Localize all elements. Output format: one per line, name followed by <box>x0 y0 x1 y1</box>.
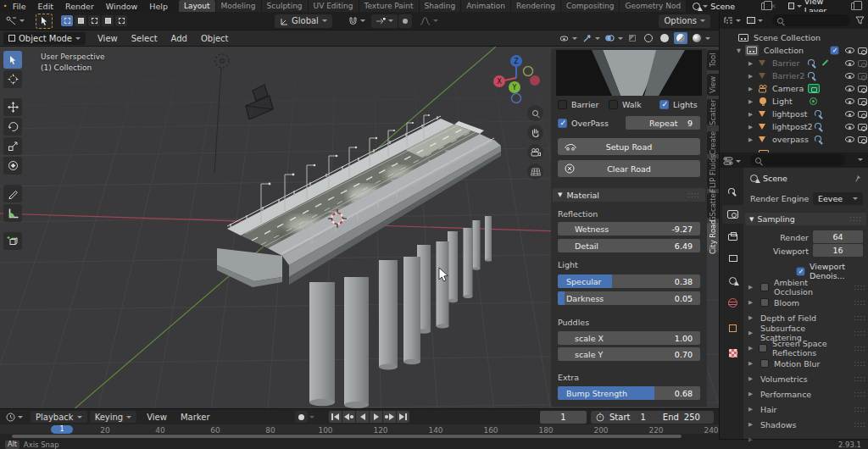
expand-icon[interactable]: ▼ <box>737 47 741 54</box>
tab-tool[interactable]: Tool <box>707 50 719 70</box>
section-partial[interactable]: ▶ <box>745 432 866 447</box>
tool-annotate[interactable] <box>3 185 22 202</box>
tool-select-box[interactable] <box>3 51 22 69</box>
gizmo-neg-x-axis[interactable] <box>530 75 540 86</box>
outliner-search[interactable] <box>772 14 850 26</box>
playback-menu[interactable]: Playback <box>31 411 87 423</box>
jump-to-end-button[interactable] <box>397 411 409 423</box>
mode-dropdown[interactable]: Object Mode <box>3 32 86 45</box>
active-tool-box-select[interactable] <box>36 14 53 29</box>
section-bloom[interactable]: ▶Bloom:::: <box>745 295 866 310</box>
timeline-ruler[interactable]: 20 40 60 80 100 120 140 160 180 200 220 … <box>0 424 719 434</box>
bump-strength-slider[interactable]: Bump Strength 0.68 <box>558 386 700 400</box>
filter-funnel-icon[interactable] <box>855 16 865 25</box>
timeline-editor-type-button[interactable] <box>2 411 27 423</box>
material-panel-header[interactable]: ▼ Material :::: <box>553 188 705 202</box>
tab-rendering[interactable]: Rendering <box>511 0 561 12</box>
snap-with-button[interactable] <box>371 14 398 28</box>
tool-3d-cursor[interactable] <box>3 70 22 88</box>
current-frame-field[interactable]: 1 <box>540 411 587 424</box>
eye-icon[interactable] <box>845 73 854 79</box>
render-samples-field[interactable]: 64 <box>813 230 863 243</box>
tab-texture-paint[interactable]: Texture Paint <box>359 0 420 12</box>
keying-menu[interactable]: Keying <box>90 411 137 423</box>
overlays-toggle[interactable] <box>603 32 616 44</box>
setup-road-button[interactable]: Setup Road <box>558 138 700 155</box>
start-value[interactable]: 1 <box>640 413 645 422</box>
sampling-panel-header[interactable]: ▼ Sampling :::: <box>745 213 866 225</box>
shading-rendered-button[interactable] <box>690 32 704 44</box>
tab-modeling[interactable]: Modeling <box>216 0 262 12</box>
darkness-slider[interactable]: Darkness 0.05 <box>558 291 700 305</box>
tab-object-properties[interactable] <box>722 319 743 337</box>
menu-file[interactable]: File <box>7 2 32 11</box>
menu-help[interactable]: Help <box>143 2 174 11</box>
tab-compositing[interactable]: Compositing <box>561 0 620 12</box>
scene-selector[interactable]: Scene ✕ <box>688 0 781 12</box>
xray-toggle[interactable] <box>626 32 639 44</box>
scale-y-field[interactable]: scale Y 0.70 <box>558 347 700 361</box>
drag-grip-icon[interactable]: :::: <box>687 191 700 199</box>
menu-window[interactable]: Window <box>100 2 143 11</box>
eye-icon[interactable] <box>845 47 854 53</box>
camera-toggle-icon[interactable] <box>858 124 867 130</box>
menu-render[interactable]: Render <box>59 2 100 11</box>
shading-wireframe-button[interactable] <box>642 32 655 44</box>
toggle-ortho-button[interactable] <box>527 164 543 180</box>
new-view-layer-icon[interactable] <box>851 3 856 10</box>
menu-add[interactable]: Add <box>164 34 194 43</box>
viewport-denoising-checkbox[interactable] <box>797 267 805 275</box>
outliner-item-lightpost2[interactable]: ▶ lightpost2 <box>720 121 868 134</box>
proportional-editing-toggle[interactable] <box>398 14 412 28</box>
overpass-checkbox[interactable] <box>558 119 567 128</box>
jump-to-start-button[interactable] <box>329 411 342 423</box>
navigation-gizmo[interactable]: Z X Y <box>490 52 542 104</box>
properties-editor-type[interactable] <box>723 155 741 167</box>
camera-toggle-icon[interactable] <box>858 98 867 105</box>
tool-transform[interactable] <box>3 157 22 175</box>
menu-select[interactable]: Select <box>125 34 164 43</box>
timeline-marker-menu[interactable]: Marker <box>174 413 217 422</box>
repeat-field[interactable]: Repeat 9 <box>626 116 700 130</box>
eye-icon[interactable] <box>845 86 854 91</box>
proportional-falloff-button[interactable] <box>415 15 442 27</box>
outliner-item-barrier[interactable]: ▶ Barrier <box>720 58 868 70</box>
eye-icon[interactable] <box>845 111 854 117</box>
tab-scene-properties[interactable] <box>722 271 743 290</box>
tab-gscatter[interactable]: GScatter <box>707 193 719 219</box>
timeline-view-menu[interactable]: View <box>140 413 174 422</box>
tab-render-properties[interactable] <box>722 205 743 224</box>
section-screen-space-reflections[interactable]: ▶Screen Space Reflections:::: <box>745 341 866 356</box>
tool-rotate[interactable] <box>3 118 22 136</box>
tab-animation[interactable]: Animation <box>461 0 511 12</box>
view-layer-selector[interactable]: View Layer ✕ <box>784 0 868 12</box>
tab-scatter[interactable]: Scatter <box>707 99 719 125</box>
section-ambient-occlusion[interactable]: ▶Ambient Occlusion:::: <box>745 280 866 295</box>
clear-road-button[interactable]: Clear Road <box>558 160 700 177</box>
tab-sculpting[interactable]: Sculpting <box>262 0 309 12</box>
walk-checkbox[interactable] <box>609 100 618 109</box>
snap-toggle[interactable] <box>344 15 370 27</box>
camera-toggle-icon[interactable] <box>858 60 867 67</box>
tab-tool-properties[interactable] <box>722 183 743 202</box>
prev-keyframe-button[interactable] <box>342 411 355 423</box>
section-hair[interactable]: ▶Hair:::: <box>745 402 866 417</box>
play-reverse-button[interactable] <box>356 411 369 423</box>
outliner-item-camera[interactable]: ▶ Camera <box>720 83 868 96</box>
camera-toggle-icon[interactable] <box>858 86 867 92</box>
zoom-button[interactable] <box>527 105 543 121</box>
barrier-checkbox[interactable] <box>558 100 567 109</box>
outliner-item-lightpost[interactable]: ▶ lightpost <box>720 108 868 121</box>
eye-icon[interactable] <box>845 60 854 66</box>
menu-view[interactable]: View <box>91 34 125 43</box>
section-shadows[interactable]: ▶Shadows:::: <box>745 417 866 432</box>
tab-world-properties[interactable] <box>722 293 743 312</box>
options-dropdown[interactable]: Options <box>659 14 710 28</box>
viewport-3d[interactable]: User Perspective (1) Collection <box>0 47 719 408</box>
pan-button[interactable] <box>527 125 543 141</box>
camera-toggle-icon[interactable] <box>858 47 867 54</box>
camera-view-button[interactable] <box>527 144 543 160</box>
tab-texture-properties[interactable] <box>722 344 743 363</box>
section-performance[interactable]: ▶Performance:::: <box>745 386 866 402</box>
select-mode-extend[interactable] <box>75 15 86 26</box>
